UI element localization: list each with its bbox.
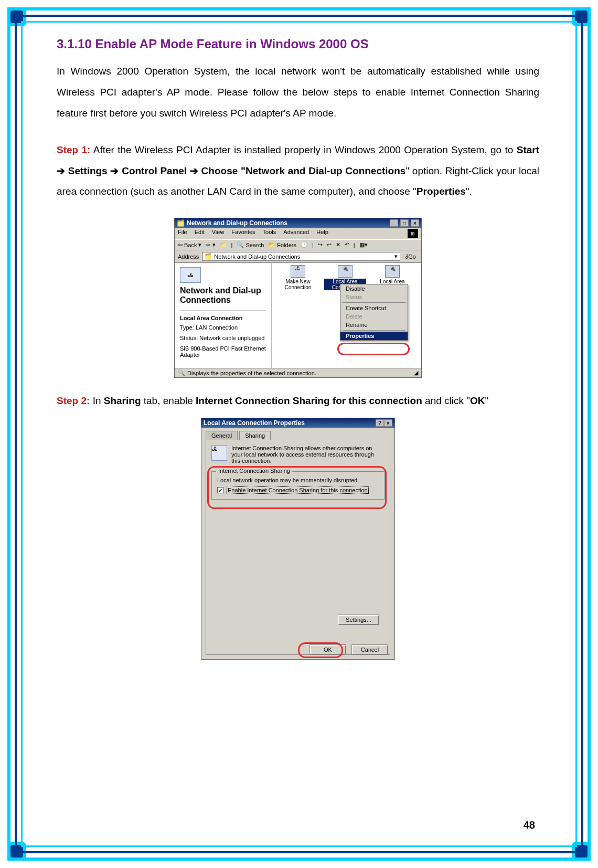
tab-sharing[interactable]: Sharing bbox=[239, 431, 271, 440]
address-bar: Address 🗂️ Network and Dial-up Connectio… bbox=[175, 250, 421, 263]
step2-paragraph: Step 2: In Sharing tab, enable Internet … bbox=[57, 390, 539, 411]
close-button[interactable]: × bbox=[384, 419, 392, 427]
ok-bold: OK bbox=[470, 395, 485, 406]
sharing-description: 🖧 Internet Connection Sharing allows oth… bbox=[211, 445, 385, 464]
connection-icon: 🔌 bbox=[385, 265, 400, 278]
help-button[interactable]: ? bbox=[376, 419, 384, 427]
enable-ics-checkbox[interactable]: ✔ Enable Internet Connection Sharing for… bbox=[217, 486, 379, 494]
folder-icon: 🗂️ bbox=[177, 219, 185, 227]
close-button[interactable]: × bbox=[411, 219, 419, 227]
dialog-titlebar: Local Area Connection Properties ? × bbox=[201, 418, 394, 428]
section-title: 3.1.10 Enable AP Mode Feature in Windows… bbox=[57, 37, 539, 51]
warning-text: Local network operation may be momentari… bbox=[217, 477, 379, 483]
menu-create-shortcut[interactable]: Create Shortcut bbox=[340, 304, 408, 312]
address-label: Address bbox=[178, 253, 199, 260]
screenshot-connection-properties: Local Area Connection Properties ? × Gen… bbox=[201, 418, 395, 660]
menu-rename[interactable]: Rename bbox=[340, 321, 408, 329]
description-text: Internet Connection Sharing allows other… bbox=[231, 445, 385, 464]
menu-favorites[interactable]: Favorites bbox=[231, 229, 255, 238]
menu-separator bbox=[343, 330, 405, 331]
arrow-icon: ➔ bbox=[110, 165, 119, 176]
dialog-title: Local Area Connection Properties bbox=[204, 419, 305, 427]
forward-button[interactable]: ⇨ ▾ bbox=[206, 241, 215, 248]
search-button[interactable]: 🔍 Search bbox=[237, 241, 264, 248]
history-button[interactable]: 🕒 bbox=[301, 241, 308, 248]
tab-row: General Sharing bbox=[201, 428, 394, 440]
menu-edit[interactable]: Edit bbox=[195, 229, 205, 238]
icon-label: Make New Connection bbox=[277, 279, 319, 290]
menu-tools[interactable]: Tools bbox=[263, 229, 276, 238]
frame-corner bbox=[7, 7, 26, 26]
window-titlebar: 🗂️ Network and Dial-up Connections _ □ × bbox=[175, 218, 421, 228]
menubar: File Edit View Favorites Tools Advanced … bbox=[175, 228, 421, 239]
context-menu: Disable Status Create Shortcut Delete Re… bbox=[340, 284, 408, 341]
path-network-dialup: Choose "Network and Dial-up Connections bbox=[201, 165, 406, 176]
menu-disable[interactable]: Disable bbox=[340, 284, 408, 293]
step1-paragraph: Step 1: After the Wireless PCI Adapter i… bbox=[57, 140, 539, 203]
intro-paragraph: In Windows 2000 Operation System, the lo… bbox=[57, 61, 539, 124]
path-settings: Settings bbox=[68, 165, 108, 176]
groupbox-legend: Internet Connection Sharing bbox=[216, 468, 292, 474]
info-icon: 🔍 bbox=[178, 369, 185, 376]
folders-button[interactable]: 📂 Folders bbox=[268, 241, 296, 248]
step2-text: In bbox=[90, 395, 103, 406]
connection-icon: 🔌 bbox=[338, 265, 353, 278]
path-control-panel: Control Panel bbox=[122, 165, 187, 176]
menu-file[interactable]: File bbox=[178, 229, 187, 238]
properties-bold: Properties bbox=[417, 186, 466, 197]
frame-corner bbox=[572, 7, 591, 26]
window-title: Network and Dial-up Connections bbox=[187, 219, 287, 227]
step1-text: After the Wireless PCI Adapter is instal… bbox=[90, 144, 516, 155]
windows-logo-icon: ⊞ bbox=[408, 229, 418, 238]
status-info: Status: Network cable unplugged bbox=[180, 335, 266, 341]
step2-text: " bbox=[485, 395, 489, 406]
ok-button[interactable]: OK bbox=[309, 644, 346, 655]
delete-button[interactable]: ✕ bbox=[336, 241, 340, 248]
cancel-button[interactable]: Cancel bbox=[351, 644, 388, 655]
tab-general[interactable]: General bbox=[206, 431, 238, 440]
step2-text: tab, enable bbox=[141, 395, 196, 406]
dropdown-icon[interactable]: ▾ bbox=[394, 253, 398, 260]
network-icon: 🖧 bbox=[211, 445, 227, 461]
sharing-bold: Sharing bbox=[104, 395, 141, 406]
frame-corner bbox=[7, 842, 26, 861]
menu-view[interactable]: View bbox=[212, 229, 225, 238]
menu-help[interactable]: Help bbox=[316, 229, 328, 238]
copy-to-button[interactable]: ↩ bbox=[327, 241, 332, 248]
make-new-connection-icon[interactable]: 🖧 Make New Connection bbox=[277, 265, 319, 290]
connection-icon: 🖧 bbox=[291, 265, 305, 278]
menu-properties[interactable]: Properties bbox=[340, 332, 408, 340]
back-button[interactable]: ⇦ Back ▾ bbox=[178, 241, 201, 248]
left-info-pane: 🖧 Network and Dial-up Connections Local … bbox=[175, 263, 272, 368]
dialog-button-row: OK Cancel bbox=[309, 644, 388, 655]
maximize-button[interactable]: □ bbox=[400, 219, 409, 227]
address-value: Network and Dial-up Connections bbox=[214, 253, 300, 260]
arrow-icon: ➔ bbox=[57, 165, 65, 176]
address-input[interactable]: 🗂️ Network and Dial-up Connections ▾ bbox=[202, 252, 400, 261]
type-info: Type: LAN Connection bbox=[180, 324, 266, 331]
undo-button[interactable]: ↶ bbox=[345, 241, 349, 248]
ics-bold: Internet Connection Sharing for this con… bbox=[196, 395, 422, 406]
minimize-button[interactable]: _ bbox=[390, 219, 398, 227]
toolbar: ⇦ Back ▾ ⇨ ▾ 📁 | 🔍 Search 📂 Folders 🕒 | … bbox=[175, 239, 421, 250]
views-button[interactable]: ▦▾ bbox=[359, 241, 368, 248]
status-text: Displays the properties of the selected … bbox=[187, 370, 316, 376]
up-button[interactable]: 📁 bbox=[220, 241, 227, 248]
move-to-button[interactable]: ↪ bbox=[318, 241, 323, 248]
pane-heading: Network and Dial-up Connections bbox=[180, 286, 266, 305]
page-number: 48 bbox=[524, 819, 535, 831]
menu-advanced[interactable]: Advanced bbox=[283, 229, 309, 238]
menu-separator bbox=[343, 302, 405, 303]
dialog-body: 🖧 Internet Connection Sharing allows oth… bbox=[206, 440, 390, 655]
status-bar: 🔍 Displays the properties of the selecte… bbox=[175, 368, 421, 377]
step2-label: Step 2: bbox=[57, 395, 90, 406]
checkbox-label: Enable Internet Connection Sharing for t… bbox=[227, 486, 369, 494]
menu-delete: Delete bbox=[340, 312, 408, 321]
settings-button[interactable]: Settings... bbox=[338, 615, 379, 625]
highlight-properties bbox=[337, 343, 410, 355]
folder-icon: 🗂️ bbox=[205, 253, 212, 260]
step2-text: and click " bbox=[422, 395, 470, 406]
go-button[interactable]: ∂Go bbox=[403, 253, 418, 260]
frame-corner bbox=[572, 842, 591, 861]
path-start: Start bbox=[517, 144, 539, 155]
